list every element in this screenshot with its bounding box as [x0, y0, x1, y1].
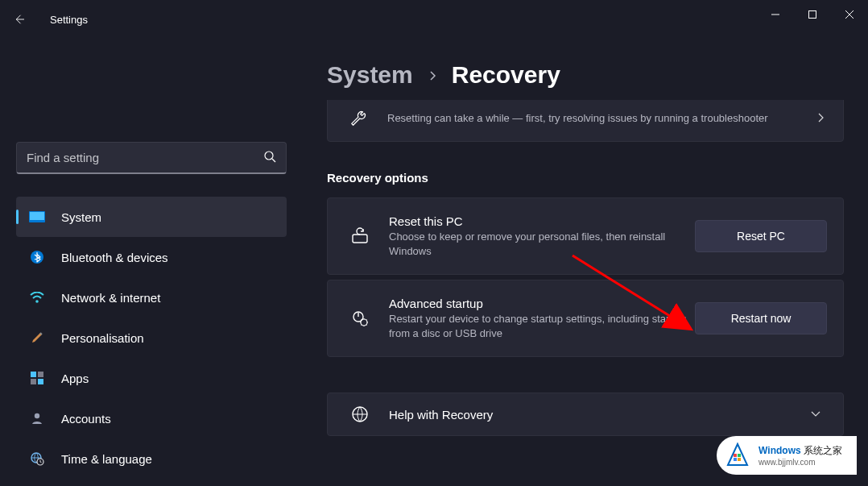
- chevron-right-icon: [428, 70, 437, 80]
- apps-icon: [29, 370, 45, 386]
- nav-list: System Bluetooth & devices Network & int…: [16, 197, 287, 479]
- reset-pc-button[interactable]: Reset PC: [695, 220, 827, 252]
- globe-help-icon: [344, 405, 376, 423]
- svg-rect-18: [734, 454, 737, 457]
- chevron-down-icon: [811, 408, 820, 421]
- sidebar-item-label: Accounts: [61, 412, 111, 426]
- card-desc: Resetting can take a while — first, try …: [387, 111, 803, 126]
- section-title: Recovery options: [327, 171, 844, 185]
- svg-rect-13: [353, 235, 367, 243]
- card-title: Reset this PC: [389, 214, 687, 228]
- svg-point-1: [265, 152, 273, 160]
- app-title: Settings: [50, 14, 88, 26]
- watermark-title: Windows 系统之家: [758, 444, 842, 458]
- chevron-right-icon: [816, 112, 825, 125]
- sidebar-item-label: Network & internet: [61, 291, 160, 305]
- sidebar-item-network[interactable]: Network & internet: [16, 277, 287, 318]
- breadcrumb-parent[interactable]: System: [327, 61, 413, 89]
- card-advanced-startup: Advanced startup Restart your device to …: [327, 280, 844, 357]
- sidebar-item-label: Apps: [61, 372, 89, 385]
- sidebar-item-label: Time & language: [61, 452, 152, 466]
- breadcrumb: System Recovery: [327, 61, 844, 89]
- person-icon: [29, 410, 45, 426]
- card-title: Advanced startup: [389, 297, 687, 310]
- sidebar-item-apps[interactable]: Apps: [16, 358, 287, 398]
- back-button[interactable]: [0, 0, 39, 39]
- sidebar-item-label: System: [61, 210, 101, 224]
- button-label: Reset PC: [737, 230, 785, 243]
- display-icon: [29, 209, 45, 225]
- button-label: Restart now: [731, 312, 792, 325]
- paintbrush-icon: [29, 330, 45, 346]
- close-button[interactable]: [831, 0, 868, 29]
- svg-point-5: [35, 300, 39, 303]
- watermark: Windows 系统之家 www.bjjmlv.com: [717, 436, 857, 475]
- card-desc: Choose to keep or remove your personal f…: [389, 230, 687, 258]
- layout: System Bluetooth & devices Network & int…: [0, 39, 868, 486]
- sidebar-item-system[interactable]: System: [16, 197, 287, 237]
- svg-rect-7: [38, 372, 43, 377]
- sidebar-item-bluetooth[interactable]: Bluetooth & devices: [16, 237, 287, 277]
- sidebar-item-accounts[interactable]: Accounts: [16, 398, 287, 438]
- wrench-icon: [342, 110, 374, 127]
- bluetooth-icon: [29, 249, 45, 265]
- sidebar-item-label: Personalisation: [61, 331, 144, 345]
- sidebar-item-personalisation[interactable]: Personalisation: [16, 318, 287, 358]
- search-input[interactable]: [27, 151, 263, 164]
- power-gear-icon: [344, 309, 376, 328]
- sidebar-item-label: Bluetooth & devices: [61, 251, 168, 264]
- svg-rect-6: [31, 372, 36, 377]
- close-icon: [845, 10, 854, 19]
- svg-rect-20: [734, 458, 737, 461]
- sidebar-item-time-language[interactable]: Time & language: [16, 438, 287, 479]
- svg-rect-21: [738, 458, 741, 461]
- card-troubleshooter[interactable]: Resetting can take a while — first, try …: [327, 95, 844, 142]
- svg-rect-9: [38, 379, 43, 384]
- minimize-icon: [771, 10, 779, 19]
- main-content: System Recovery Resetting can take a whi…: [287, 39, 868, 486]
- svg-rect-8: [31, 379, 36, 384]
- breadcrumb-current: Recovery: [452, 61, 560, 89]
- watermark-url: www.bjjmlv.com: [758, 458, 842, 467]
- watermark-logo-icon: [723, 441, 752, 470]
- maximize-icon: [808, 10, 816, 19]
- window-controls: [757, 0, 868, 39]
- card-reset-pc: Reset this PC Choose to keep or remove y…: [327, 197, 844, 275]
- wifi-icon: [29, 289, 45, 305]
- sidebar: System Bluetooth & devices Network & int…: [0, 39, 287, 486]
- card-title: Help with Recovery: [389, 408, 493, 422]
- reset-pc-icon: [344, 226, 376, 246]
- card-desc: Restart your device to change startup se…: [389, 312, 687, 340]
- maximize-button[interactable]: [794, 0, 831, 29]
- svg-rect-0: [809, 11, 816, 19]
- restart-now-button[interactable]: Restart now: [695, 302, 827, 334]
- globe-clock-icon: [29, 451, 45, 467]
- svg-rect-19: [738, 454, 741, 457]
- search-icon: [263, 150, 276, 165]
- svg-rect-3: [30, 212, 44, 220]
- minimize-button[interactable]: [757, 0, 794, 29]
- svg-point-15: [361, 319, 367, 326]
- svg-point-10: [35, 413, 39, 418]
- search-box[interactable]: [16, 142, 287, 174]
- card-help-recovery[interactable]: Help with Recovery: [327, 393, 844, 436]
- arrow-left-icon: [12, 12, 27, 27]
- titlebar: Settings: [0, 0, 868, 39]
